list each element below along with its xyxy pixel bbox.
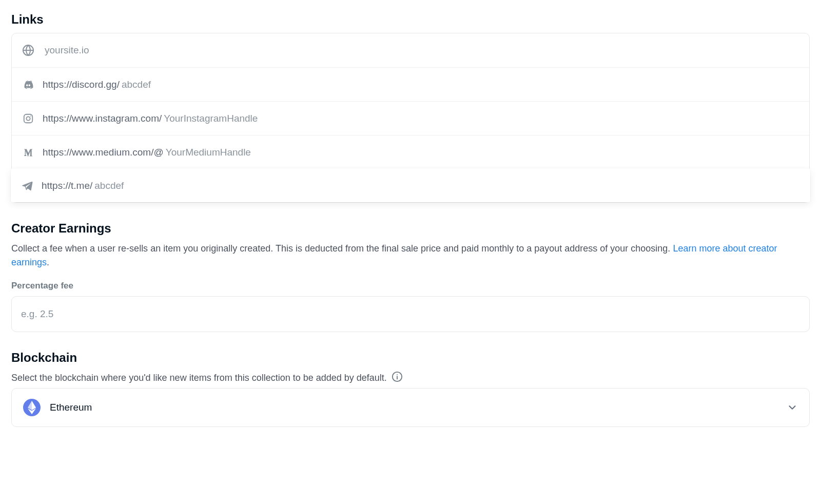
discord-input[interactable] (120, 79, 800, 90)
blockchain-selected-label: Ethereum (50, 402, 787, 413)
telegram-input[interactable] (92, 180, 801, 191)
link-row-website[interactable] (12, 33, 809, 67)
link-row-telegram[interactable]: https://t.me/ (11, 168, 810, 202)
ethereum-icon (23, 399, 41, 416)
website-input[interactable] (43, 45, 800, 56)
discord-icon (21, 79, 35, 91)
instagram-input[interactable] (162, 113, 800, 124)
blockchain-select[interactable]: Ethereum (11, 388, 810, 427)
earnings-heading: Creator Earnings (11, 221, 810, 236)
svg-point-4 (30, 115, 31, 117)
blockchain-description: Select the blockchain where you'd like n… (11, 371, 810, 385)
info-icon[interactable] (392, 371, 403, 382)
percentage-fee-label: Percentage fee (11, 281, 810, 291)
globe-icon (21, 44, 35, 56)
blockchain-description-text: Select the blockchain where you'd like n… (11, 373, 387, 383)
chevron-down-icon (787, 402, 798, 413)
instagram-icon (21, 113, 35, 124)
link-row-medium[interactable]: https://www.medium.com/@ (12, 135, 809, 169)
svg-point-7 (397, 374, 398, 375)
svg-rect-2 (24, 114, 33, 123)
telegram-icon (20, 180, 34, 192)
earnings-description: Collect a fee when a user re-sells an it… (11, 242, 810, 269)
earnings-section: Creator Earnings Collect a fee when a us… (11, 221, 810, 332)
earnings-description-text: Collect a fee when a user re-sells an it… (11, 243, 670, 254)
svg-point-3 (26, 117, 30, 120)
links-section: Links https://discord.gg/ https://www.in… (11, 12, 810, 203)
blockchain-section: Blockchain Select the blockchain where y… (11, 351, 810, 427)
medium-input[interactable] (164, 147, 800, 158)
links-heading: Links (11, 12, 810, 27)
link-row-instagram[interactable]: https://www.instagram.com/ (12, 101, 809, 135)
link-row-discord[interactable]: https://discord.gg/ (12, 67, 809, 101)
discord-prefix: https://discord.gg/ (43, 79, 120, 90)
instagram-prefix: https://www.instagram.com/ (43, 113, 162, 124)
medium-prefix: https://www.medium.com/@ (43, 147, 164, 158)
telegram-prefix: https://t.me/ (42, 180, 92, 191)
links-box: https://discord.gg/ https://www.instagra… (11, 33, 810, 203)
percentage-fee-input[interactable] (11, 296, 810, 332)
blockchain-heading: Blockchain (11, 351, 810, 365)
medium-icon (21, 146, 35, 159)
